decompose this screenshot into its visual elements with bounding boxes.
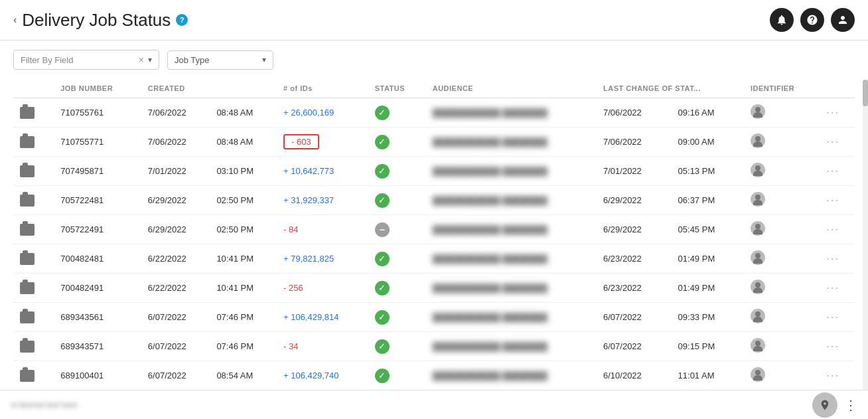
num-ids-cell: - 256 [277, 274, 368, 303]
jobs-table: JOB NUMBER CREATED # of IDs STATUS AUDIE… [13, 79, 855, 390]
job-number-cell: 710755771 [54, 127, 141, 157]
back-button[interactable]: ‹ [13, 14, 17, 26]
row-actions-button[interactable]: ··· [827, 282, 839, 293]
row-actions-button[interactable]: ··· [827, 311, 839, 323]
job-type-label: Job Type [175, 55, 262, 65]
scrollbar[interactable] [863, 80, 868, 390]
actions-cell[interactable]: ··· [820, 361, 855, 390]
identifier-cell [744, 127, 820, 157]
status-check-icon: ✓ [375, 310, 390, 325]
created-date-cell: 6/29/2022 [141, 215, 210, 244]
actions-cell[interactable]: ··· [820, 274, 855, 303]
created-time-cell: 02:50 PM [210, 215, 277, 244]
job-type-icon [13, 274, 54, 303]
row-actions-button[interactable]: ··· [827, 165, 839, 177]
status-cell: ✓ [368, 274, 426, 303]
identifier-user-icon [751, 133, 765, 148]
filter-by-field-dropdown[interactable]: Filter By Field × ▾ [13, 50, 159, 70]
scrollbar-thumb[interactable] [863, 80, 868, 106]
briefcase-icon [20, 311, 35, 323]
table-row[interactable]: 6893435616/07/202207:46 PM+ 106,429,814✓… [13, 303, 855, 332]
col-header-status: STATUS [368, 79, 426, 98]
help-button[interactable] [800, 8, 824, 32]
help-badge[interactable]: ? [176, 14, 188, 26]
identifier-cell [744, 244, 820, 274]
notifications-button[interactable] [770, 8, 794, 32]
identifier-user-icon [751, 338, 765, 353]
job-type-icon [13, 127, 54, 157]
filter-clear-icon[interactable]: × [139, 54, 144, 65]
table-row[interactable]: 7107557717/06/202208:48 AM- 603✓████████… [13, 127, 855, 157]
briefcase-icon [20, 341, 35, 353]
created-time-cell: 08:48 AM [210, 127, 277, 157]
actions-cell[interactable]: ··· [820, 332, 855, 361]
last-change-time-cell: 01:49 PM [672, 274, 744, 303]
num-ids-value: + 106,429,814 [283, 312, 339, 322]
identifier-cell [744, 215, 820, 244]
actions-cell[interactable]: ··· [820, 186, 855, 215]
created-time-cell: 07:46 PM [210, 303, 277, 332]
identifier-user-icon [751, 280, 765, 294]
row-actions-button[interactable]: ··· [827, 253, 839, 264]
col-header-job-number: JOB NUMBER [54, 79, 141, 98]
actions-cell[interactable]: ··· [820, 303, 855, 332]
num-ids-value: - 34 [283, 341, 298, 351]
identifier-cell [744, 98, 820, 127]
last-change-date-cell: 6/29/2022 [597, 186, 672, 215]
table-row[interactable]: 7004824916/22/202210:41 PM- 256✓████████… [13, 274, 855, 303]
actions-cell[interactable]: ··· [820, 215, 855, 244]
row-actions-button[interactable]: ··· [827, 136, 839, 147]
last-change-date-cell: 6/29/2022 [597, 215, 672, 244]
audience-cell: ████████████ ████████ [426, 361, 597, 390]
row-actions-button[interactable]: ··· [827, 341, 839, 352]
identifier-user-icon [751, 309, 765, 323]
job-number-cell: 710755761 [54, 98, 141, 127]
row-actions-button[interactable]: ··· [827, 107, 839, 118]
actions-cell[interactable]: ··· [820, 127, 855, 157]
audience-value: ████████████ ████████ [433, 167, 547, 176]
created-time-cell: 07:46 PM [210, 332, 277, 361]
row-actions-button[interactable]: ··· [827, 370, 839, 381]
num-ids-cell: - 34 [277, 332, 368, 361]
title-area: ‹ Delivery Job Status ? [13, 10, 188, 31]
created-date-cell: 7/06/2022 [141, 98, 210, 127]
col-header-identifier: IDENTIFIER [744, 79, 820, 98]
row-actions-button[interactable]: ··· [827, 224, 839, 235]
identifier-cell [744, 274, 820, 303]
table-row[interactable]: 7107557617/06/202208:48 AM+ 26,600,169✓█… [13, 98, 855, 127]
job-type-icon [13, 244, 54, 274]
actions-cell[interactable]: ··· [820, 244, 855, 274]
table-row[interactable]: 7074958717/01/202203:10 PM+ 10,642,773✓█… [13, 157, 855, 186]
actions-cell[interactable]: ··· [820, 157, 855, 186]
audience-value: ████████████ ████████ [433, 254, 547, 264]
job-number-cell: 689343571 [54, 332, 141, 361]
audience-cell: ████████████ ████████ [426, 127, 597, 157]
row-actions-button[interactable]: ··· [827, 195, 839, 206]
job-type-dropdown[interactable]: Job Type ▾ [167, 50, 273, 70]
status-check-icon: ✓ [375, 164, 390, 179]
created-time-cell: 08:54 AM [210, 361, 277, 390]
briefcase-icon [20, 224, 35, 236]
identifier-user-icon [751, 192, 765, 207]
table-row[interactable]: 7057224816/29/202202:50 PM+ 31,929,337✓█… [13, 186, 855, 215]
identifier-cell [744, 186, 820, 215]
status-cell: ✓ [368, 186, 426, 215]
audience-value: ████████████ ████████ [433, 225, 547, 234]
audience-value: ████████████ ████████ [433, 313, 547, 322]
briefcase-icon [20, 282, 35, 294]
job-type-icon [13, 98, 54, 127]
num-ids-cell: + 26,600,169 [277, 98, 368, 127]
table-row[interactable]: 7057224916/29/202202:50 PM- 84−█████████… [13, 215, 855, 244]
table-row[interactable]: 6893435716/07/202207:46 PM- 34✓█████████… [13, 332, 855, 361]
last-change-date-cell: 7/06/2022 [597, 127, 672, 157]
status-cell: − [368, 215, 426, 244]
last-change-date-cell: 7/01/2022 [597, 157, 672, 186]
identifier-user-icon [751, 163, 765, 177]
actions-cell[interactable]: ··· [820, 98, 855, 127]
created-date-cell: 6/07/2022 [141, 332, 210, 361]
table-row[interactable]: 6891004016/07/202208:54 AM+ 106,429,740✓… [13, 361, 855, 390]
last-change-time-cell: 06:37 PM [672, 186, 744, 215]
table-row[interactable]: 7004824816/22/202210:41 PM+ 79,821,825✓█… [13, 244, 855, 274]
user-profile-button[interactable] [831, 8, 855, 32]
job-type-icon [13, 157, 54, 186]
